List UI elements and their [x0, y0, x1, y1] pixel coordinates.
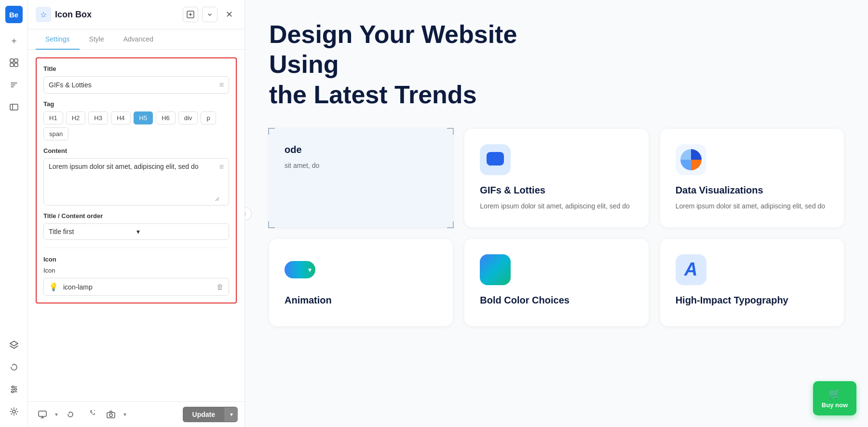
- order-select[interactable]: Title first ▾: [43, 223, 229, 240]
- update-arrow-icon[interactable]: ▾: [225, 407, 238, 422]
- svg-point-8: [13, 410, 15, 413]
- settings-button[interactable]: [4, 402, 24, 421]
- icon-bar: Be ＋: [0, 0, 28, 427]
- icon-input[interactable]: [63, 283, 212, 291]
- trash-icon[interactable]: 🗑: [217, 283, 224, 291]
- main-content: ‹ Design Your Website Using the Latest T…: [245, 0, 868, 427]
- update-button[interactable]: Update ▾: [183, 407, 238, 422]
- svg-point-12: [109, 414, 112, 417]
- page-heading: Design Your Website Using the Latest Tre…: [269, 19, 587, 110]
- animation-icon-wrap: ▾: [285, 254, 315, 285]
- icon-section-label: Icon: [43, 256, 229, 263]
- svg-rect-0: [10, 59, 14, 62]
- gifs-icon-wrap: [480, 144, 511, 175]
- tag-field-label: Tag: [43, 100, 229, 108]
- layers-button[interactable]: [4, 335, 24, 355]
- tag-p[interactable]: p: [201, 111, 216, 124]
- content-db-icon[interactable]: ≡: [219, 163, 224, 171]
- svg-rect-11: [107, 413, 115, 418]
- tag-span[interactable]: span: [43, 127, 68, 140]
- svg-rect-2: [10, 63, 14, 67]
- svg-rect-4: [10, 104, 18, 110]
- dataviz-card-desc: Lorem ipsum dolor sit amet, adipiscing e…: [676, 201, 828, 211]
- dataviz-card: Data Visualizations Lorem ipsum dolor si…: [660, 129, 844, 227]
- chat-bubble-icon: [486, 151, 505, 168]
- panel-button[interactable]: [4, 97, 24, 117]
- bold-color-card-title: Bold Color Choices: [480, 295, 633, 306]
- database-icon[interactable]: ≡: [219, 81, 224, 89]
- bold-color-icon-wrap: [480, 254, 511, 285]
- camera-button[interactable]: [103, 407, 119, 422]
- app-logo: Be: [5, 6, 23, 23]
- gifs-card-title: GIFs & Lotties: [480, 185, 633, 196]
- collapse-panel-button[interactable]: ‹: [245, 207, 252, 220]
- panel-body: Title ≡ Tag H1 H2 H3 H4 H5 H6 div p span…: [28, 50, 244, 401]
- tag-row: H1 H2 H3 H4 H5 H6 div p span: [43, 111, 229, 140]
- sort-button[interactable]: [4, 75, 24, 95]
- settings-panel: ☆ Icon Box ✕ Settings Style Advanced Tit…: [28, 0, 245, 427]
- typography-icon-wrap: A: [676, 254, 706, 285]
- chevron-down-icon: ▾: [136, 228, 224, 235]
- tag-h1[interactable]: H1: [43, 111, 63, 124]
- history-button[interactable]: [4, 358, 24, 377]
- title-input[interactable]: [49, 81, 219, 89]
- icon-field-label: Icon: [43, 267, 229, 274]
- monitor-button[interactable]: [35, 407, 50, 422]
- panel-header: ☆ Icon Box ✕: [28, 0, 244, 29]
- animation-arrow-icon: ▾: [308, 266, 312, 274]
- icon-input-row: 💡 🗑: [43, 278, 229, 296]
- lamp-icon: 💡: [49, 282, 58, 291]
- undo-button[interactable]: [63, 407, 78, 422]
- svg-point-5: [12, 386, 14, 388]
- section-divider: [43, 248, 229, 248]
- typography-card: A High-Impact Typography: [660, 239, 844, 326]
- tab-settings[interactable]: Settings: [36, 29, 80, 50]
- content-textarea[interactable]: Lorem ipsum dolor sit amet, adipiscing e…: [49, 163, 219, 201]
- gifs-card-desc: Lorem ipsum dolor sit amet, adipiscing e…: [480, 201, 633, 211]
- code-card: ode sit amet, do: [269, 129, 453, 227]
- buy-now-button[interactable]: 🛒 Buy now: [813, 381, 856, 415]
- svg-point-7: [12, 391, 14, 393]
- tag-h3[interactable]: H3: [88, 111, 108, 124]
- bracket-tr: [447, 128, 454, 135]
- gifs-card: GIFs & Lotties Lorem ipsum dolor sit ame…: [464, 129, 648, 227]
- tab-advanced[interactable]: Advanced: [114, 29, 163, 50]
- content-field-label: Content: [43, 147, 229, 154]
- bracket-tl: [268, 128, 275, 135]
- layout-button[interactable]: [4, 53, 24, 72]
- add-button[interactable]: ＋: [4, 31, 24, 50]
- tag-h2[interactable]: H2: [66, 111, 86, 124]
- code-card-desc: sit amet, do: [285, 160, 437, 171]
- bracket-bl: [268, 221, 275, 228]
- svg-rect-1: [14, 59, 18, 62]
- tag-div[interactable]: div: [178, 111, 198, 124]
- tag-h4[interactable]: H4: [111, 111, 131, 124]
- tag-h5[interactable]: H5: [134, 111, 153, 124]
- order-field-label: Title / Content order: [43, 212, 229, 220]
- panel-tabs: Settings Style Advanced: [28, 29, 244, 50]
- redo-button[interactable]: [83, 407, 98, 422]
- dropdown-button[interactable]: [202, 7, 217, 22]
- dataviz-icon-wrap: [676, 144, 706, 175]
- panel-header-actions: ✕: [183, 7, 237, 22]
- close-button[interactable]: ✕: [221, 7, 237, 22]
- sliders-button[interactable]: [4, 380, 24, 399]
- bracket-br: [447, 221, 454, 228]
- red-bordered-section: Title ≡ Tag H1 H2 H3 H4 H5 H6 div p span…: [36, 57, 237, 303]
- animation-gradient-bar: ▾: [285, 261, 315, 278]
- cart-icon: 🛒: [828, 388, 841, 399]
- animation-card-title: Animation: [285, 295, 437, 306]
- expand-button[interactable]: [183, 7, 198, 22]
- tag-h6[interactable]: H6: [156, 111, 176, 124]
- color-swatch-icon: [480, 254, 511, 285]
- buy-now-label: Buy now: [822, 401, 848, 409]
- tab-style[interactable]: Style: [80, 29, 114, 50]
- bold-color-card: Bold Color Choices: [464, 239, 648, 326]
- pie-chart-icon: [678, 146, 705, 173]
- svg-rect-3: [14, 63, 18, 67]
- code-card-title: ode: [285, 144, 437, 155]
- svg-point-6: [14, 388, 16, 390]
- svg-rect-10: [39, 411, 46, 416]
- dataviz-card-title: Data Visualizations: [676, 185, 828, 196]
- animation-card: ▾ Animation: [269, 239, 453, 326]
